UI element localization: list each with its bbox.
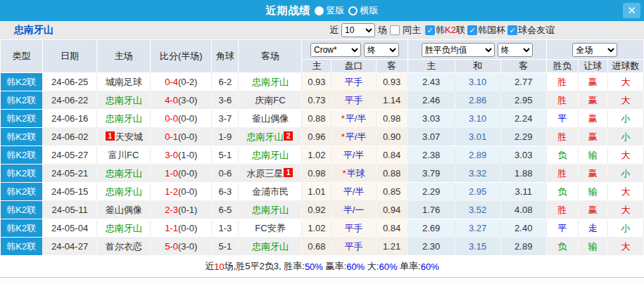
radio-selected-icon[interactable] [315, 6, 324, 15]
cell-avg-draw: 3.15 [455, 238, 500, 256]
league-checkbox-2[interactable] [507, 25, 517, 35]
col-header-score: 比分(半场) [151, 40, 212, 73]
handicap-text: 平/半 [343, 150, 365, 160]
team-name-title: 忠南牙山 [14, 24, 53, 37]
halftime-score: (0-2) [178, 77, 197, 87]
table-row: 韩K2联24-06-021天安城0-1(0-0)1-9忠南牙山20.96*平/半… [1, 128, 644, 146]
cell-result-handicap: 赢 [578, 164, 607, 183]
cell-avg-home: 2.30 [408, 238, 455, 256]
team-name: 忠南牙山 [106, 168, 142, 179]
cell-result-wdl: 负 [546, 146, 578, 164]
radio-unselected-icon[interactable] [348, 6, 358, 15]
cell-avg-away: 2.89 [500, 238, 546, 256]
close-icon[interactable]: ✕ [623, 3, 640, 18]
layout-horizontal-option[interactable]: 横版 [346, 4, 379, 17]
cell-result-handicap: 走 [578, 219, 607, 238]
cell-score: 3-0(1-0) [151, 146, 212, 164]
same-home-checkbox[interactable] [390, 25, 400, 35]
team-name: 忠南牙山 [106, 223, 142, 233]
match-count-select[interactable]: 10 [341, 23, 375, 37]
cell-avg-draw: 2.86 [455, 91, 500, 110]
avg-select[interactable]: 胜平负均值 [422, 43, 495, 57]
avg-group-header: 胜平负均值终 [408, 40, 546, 60]
league-checkbox-1[interactable] [467, 25, 477, 35]
cell-home-team: 釜山偶像 [97, 201, 151, 219]
cell-odds-home: 0.93 [302, 73, 332, 91]
bookmaker-select[interactable]: Crow* [310, 43, 361, 57]
avg-stage-select[interactable]: 终 [498, 43, 533, 57]
cell-corners: 0-6 [212, 164, 239, 183]
cell-avg-away: 2.95 [500, 91, 546, 110]
cell-corners: 3-6 [212, 91, 239, 110]
label-part: 韩国杯 [478, 25, 505, 35]
cell-avg-draw: 2.95 [455, 183, 500, 201]
cell-date: 24-06-16 [43, 110, 97, 128]
cell-result-wdl: 胜 [546, 73, 578, 91]
halftime-score: (0-0) [178, 131, 197, 142]
cell-avg-draw: 3.27 [455, 219, 500, 238]
cell-date: 24-05-11 [43, 201, 97, 219]
cell-result-goals: 大 [607, 73, 643, 91]
near-label: 近 [329, 24, 339, 37]
fulltime-score: 5-0 [165, 241, 178, 252]
fulltime-score: 0-4 [165, 77, 178, 87]
cell-date: 24-05-27 [43, 146, 97, 164]
cell-score: 1-2(0-0) [151, 183, 212, 201]
layout-vertical-option[interactable]: 竖版 [312, 4, 345, 17]
cell-avg-draw: 3.01 [455, 128, 500, 146]
col-header-home: 主场 [97, 40, 151, 73]
table-row: 韩K2联24-05-15忠南牙山1-2(0-0)6-3金浦市民1.01平/半0.… [1, 183, 644, 201]
cell-avg-away: 1.88 [500, 164, 546, 183]
cell-odds-away: 0.94 [376, 201, 408, 219]
cell-avg-away: 2.77 [500, 73, 546, 91]
team-name: 水原三星 [246, 168, 283, 179]
halftime-score: (0-0) [178, 113, 197, 124]
cell-result-wdl: 平 [546, 219, 578, 238]
league-checkbox-0[interactable] [425, 25, 435, 35]
handicap-text: 平手 [344, 77, 362, 87]
cell-odds-home: 1.02 [302, 146, 332, 164]
filter-bar: 忠南牙山 近 10 场 同主 韩K2联韩国杯球会友谊 [0, 21, 644, 39]
handicap-text: 平/半 [343, 186, 365, 197]
cell-avg-home: 2.38 [408, 146, 455, 164]
cell-result-goals: 大 [607, 238, 643, 256]
cell-result-wdl: 胜 [546, 128, 578, 146]
cell-handicap: *平/半 [332, 110, 376, 128]
cell-handicap: 平手 [332, 91, 376, 110]
team-name: 金浦市民 [252, 186, 289, 197]
cell-home-team: 富川FC [97, 146, 151, 164]
cell-result-wdl: 胜 [546, 201, 578, 219]
sub-header-result-wdl: 胜负 [546, 60, 578, 73]
cell-away-team: 金浦市民 [239, 183, 302, 201]
handicap-text: 平/半 [346, 131, 367, 142]
league-checkbox-label-2: 球会友谊 [518, 24, 555, 37]
odds-stage-select[interactable]: 终 [364, 43, 399, 57]
cell-corners: 5-1 [212, 146, 239, 164]
cell-odds-away: 0.93 [376, 73, 408, 91]
team-name: 忠南牙山 [252, 150, 289, 160]
cell-avg-home: 2.43 [408, 73, 455, 91]
col-header-date: 日期 [43, 40, 97, 73]
layout-vertical-label: 竖版 [327, 4, 345, 17]
team-name: 忠南牙山 [246, 131, 283, 142]
cell-odds-away: 0.85 [376, 183, 408, 201]
results-table: 类型 日期 主场 比分(半场) 角球 客场 Crow*终 胜平负均值终 全场 主… [0, 39, 644, 256]
fulltime-select[interactable]: 全场 [572, 43, 617, 57]
page-title: 近期战绩 [266, 4, 311, 18]
cell-score: 0-1(0-0) [151, 128, 212, 146]
cell-result-goals: 小 [607, 164, 643, 183]
halftime-score: (0-0) [178, 186, 197, 197]
cell-handicap: 平手 [332, 73, 376, 91]
cell-result-handicap: 赢 [578, 128, 607, 146]
cell-league-type: 韩K2联 [1, 128, 43, 146]
col-header-corner: 角球 [212, 40, 239, 73]
handicap-text: 平手 [344, 223, 362, 233]
cell-avg-home: 3.07 [408, 128, 455, 146]
table-row: 韩K2联24-05-27富川FC3-0(1-0)5-1忠南牙山1.02平/半0.… [1, 146, 644, 164]
cell-result-handicap: 输 [578, 238, 607, 256]
summary-segment-9: 60% [421, 262, 439, 272]
bottom-divider [0, 277, 644, 284]
team-name: 富川FC [108, 150, 139, 160]
halftime-score: (3-0) [178, 241, 197, 252]
cell-score: 4-0(3-0) [151, 91, 212, 110]
